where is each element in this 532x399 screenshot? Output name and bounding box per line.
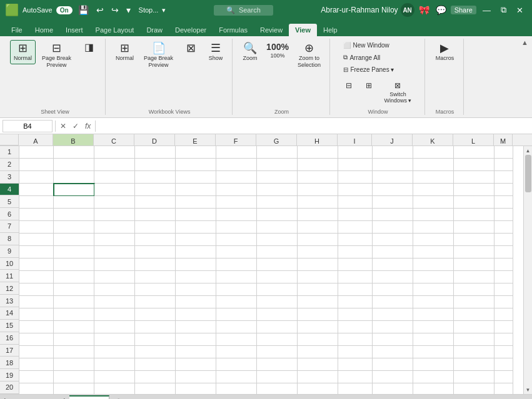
cell-A10[interactable]: [19, 259, 54, 271]
cell-L5[interactable]: [454, 196, 494, 209]
row-11[interactable]: 11: [0, 270, 19, 282]
cell-D15[interactable]: [135, 321, 176, 333]
cell-H14[interactable]: [298, 308, 338, 321]
cell-B12[interactable]: [54, 283, 94, 296]
cell-C16[interactable]: [94, 333, 135, 346]
col-header-C[interactable]: C: [94, 134, 134, 145]
cell-E17[interactable]: [176, 346, 216, 358]
scroll-track[interactable]: [524, 155, 532, 385]
col-header-H[interactable]: H: [297, 134, 338, 145]
cell-F17[interactable]: [216, 346, 257, 358]
cell-B3[interactable]: [54, 171, 94, 184]
cell-A15[interactable]: [19, 321, 54, 333]
cell-D20[interactable]: [135, 383, 176, 394]
cell-E18[interactable]: [176, 358, 216, 371]
search-placeholder[interactable]: Search: [239, 6, 261, 14]
cell-F2[interactable]: [216, 159, 257, 171]
cell-D1[interactable]: [135, 146, 176, 159]
cell-J14[interactable]: [373, 308, 413, 321]
cell-G15[interactable]: [257, 321, 298, 333]
cell-L19[interactable]: [454, 371, 494, 383]
col-header-E[interactable]: E: [175, 134, 216, 145]
ribbon-icon[interactable]: 🎀: [417, 4, 431, 16]
cell-F7[interactable]: [216, 221, 257, 234]
cell-F19[interactable]: [216, 371, 257, 383]
cell-G10[interactable]: [257, 259, 298, 271]
cell-G6[interactable]: [257, 209, 298, 221]
cell-J10[interactable]: [373, 259, 413, 271]
cell-I10[interactable]: [338, 259, 373, 271]
cell-G17[interactable]: [257, 346, 298, 358]
cell-H3[interactable]: [298, 171, 338, 184]
workbook-normal-btn[interactable]: ⊞ Normal: [112, 40, 138, 71]
cell-B4[interactable]: [54, 184, 94, 196]
cell-L14[interactable]: [454, 308, 494, 321]
cell-F14[interactable]: [216, 308, 257, 321]
cell-E16[interactable]: [176, 333, 216, 346]
cell-J16[interactable]: [373, 333, 413, 346]
cell-K12[interactable]: [413, 283, 454, 296]
cell-L13[interactable]: [454, 296, 494, 308]
macros-btn[interactable]: ▶ Macros: [432, 40, 458, 64]
col-header-B[interactable]: B: [53, 134, 94, 145]
cell-H15[interactable]: [298, 321, 338, 333]
zoom-selection-btn[interactable]: ⊕ Zoom toSelection: [294, 40, 324, 71]
cell-A2[interactable]: [19, 159, 54, 171]
cell-B11[interactable]: [54, 271, 94, 283]
cell-A12[interactable]: [19, 283, 54, 296]
cell-D8[interactable]: [135, 234, 176, 246]
sheet-tab-sheet1[interactable]: Sheet1: [69, 395, 109, 400]
row-3[interactable]: 3: [0, 171, 19, 184]
cell-I18[interactable]: [338, 358, 373, 371]
cell-A14[interactable]: [19, 308, 54, 321]
cell-C20[interactable]: [94, 383, 135, 394]
cell-L16[interactable]: [454, 333, 494, 346]
cell-K17[interactable]: [413, 346, 454, 358]
cell-J15[interactable]: [373, 321, 413, 333]
cell-H12[interactable]: [298, 283, 338, 296]
row-12[interactable]: 12: [0, 282, 19, 295]
cell-C18[interactable]: [94, 358, 135, 371]
restore-btn[interactable]: ⧉: [497, 5, 510, 15]
cell-G8[interactable]: [257, 234, 298, 246]
cell-J18[interactable]: [373, 358, 413, 371]
cell-K16[interactable]: [413, 333, 454, 346]
cell-L9[interactable]: [454, 246, 494, 259]
minimize-btn[interactable]: —: [479, 6, 494, 15]
cell-M17[interactable]: [494, 346, 513, 358]
cell-I3[interactable]: [338, 171, 373, 184]
row-18[interactable]: 18: [0, 357, 19, 369]
cell-G2[interactable]: [257, 159, 298, 171]
cell-H1[interactable]: [298, 146, 338, 159]
cell-M9[interactable]: [494, 246, 513, 259]
cell-I1[interactable]: [338, 146, 373, 159]
col-header-L[interactable]: L: [453, 134, 494, 145]
cell-B2[interactable]: [54, 159, 94, 171]
cell-C3[interactable]: [94, 171, 135, 184]
cell-D7[interactable]: [135, 221, 176, 234]
redo-icon[interactable]: ↪: [109, 4, 121, 16]
cell-C9[interactable]: [94, 246, 135, 259]
cell-L11[interactable]: [454, 271, 494, 283]
tab-developer[interactable]: Developer: [169, 24, 213, 36]
cell-F15[interactable]: [216, 321, 257, 333]
cell-G9[interactable]: [257, 246, 298, 259]
cell-G3[interactable]: [257, 171, 298, 184]
scroll-up-btn[interactable]: ▲: [524, 146, 533, 155]
cell-I2[interactable]: [338, 159, 373, 171]
function-btn[interactable]: fx: [83, 122, 93, 131]
new-window-btn[interactable]: ⬜ New Window: [340, 40, 392, 51]
cell-G20[interactable]: [257, 383, 298, 394]
cell-K4[interactable]: [413, 184, 454, 196]
cell-B7[interactable]: [54, 221, 94, 234]
cell-I8[interactable]: [338, 234, 373, 246]
cell-C10[interactable]: [94, 259, 135, 271]
cell-A6[interactable]: [19, 209, 54, 221]
comments-icon[interactable]: 💬: [434, 4, 448, 16]
cell-J9[interactable]: [373, 246, 413, 259]
autosave-toggle[interactable]: On: [56, 6, 73, 14]
cell-I17[interactable]: [338, 346, 373, 358]
scroll-thumb[interactable]: [525, 155, 531, 192]
row-7[interactable]: 7: [0, 220, 19, 233]
cell-B16[interactable]: [54, 333, 94, 346]
